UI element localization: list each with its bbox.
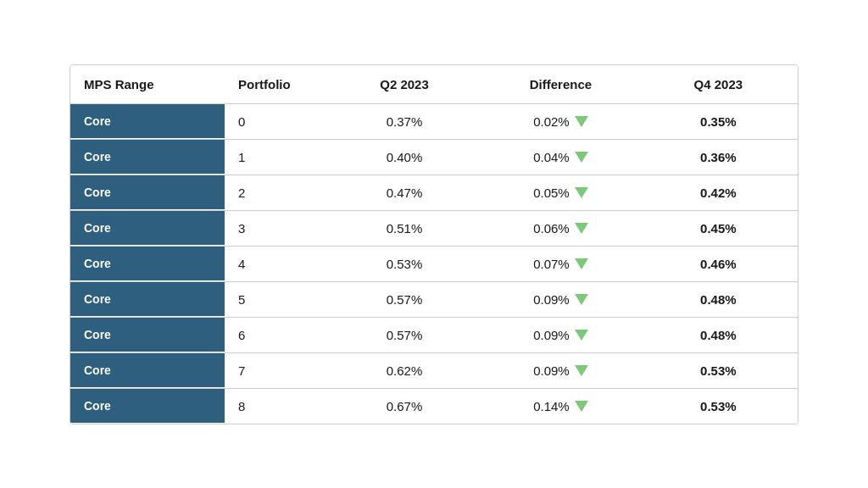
diff-value-4: 0.07% [533, 257, 570, 271]
diff-cell-0: 0.02% [482, 103, 639, 139]
mps-cell-6: Core [70, 317, 225, 352]
q4-cell-1: 0.36% [639, 139, 798, 175]
q2-cell-2: 0.47% [326, 175, 482, 210]
mps-label-4: Core [70, 247, 225, 280]
down-arrow-icon-6 [575, 330, 588, 341]
table-row: Core 5 0.57% 0.09% 0.48% [70, 281, 798, 317]
portfolio-cell-2: 2 [225, 175, 326, 210]
mps-label-7: Core [70, 353, 225, 387]
portfolio-cell-6: 6 [225, 317, 326, 352]
mps-cell-4: Core [70, 246, 225, 281]
diff-cell-8: 0.14% [482, 388, 639, 424]
down-arrow-icon-0 [575, 116, 588, 127]
table-row: Core 4 0.53% 0.07% 0.46% [70, 246, 798, 281]
diff-value-7: 0.09% [533, 363, 570, 378]
q2-cell-3: 0.51% [326, 210, 482, 246]
down-arrow-icon-1 [575, 152, 588, 163]
portfolio-cell-8: 8 [225, 388, 326, 424]
q4-cell-5: 0.48% [639, 281, 798, 317]
table-row: Core 2 0.47% 0.05% 0.42% [70, 175, 798, 210]
mps-label-1: Core [70, 140, 225, 174]
mps-cell-7: Core [70, 352, 225, 388]
q2-cell-1: 0.40% [326, 139, 482, 175]
table-row: Core 0 0.37% 0.02% 0.35% [70, 103, 798, 139]
mps-label-5: Core [70, 282, 225, 316]
q4-cell-6: 0.48% [639, 317, 798, 352]
diff-cell-6: 0.09% [482, 317, 639, 352]
q4-cell-2: 0.42% [639, 175, 798, 210]
diff-cell-2: 0.05% [482, 175, 639, 210]
q2-cell-8: 0.67% [326, 388, 482, 424]
q4-cell-7: 0.53% [639, 352, 798, 388]
diff-cell-3: 0.06% [482, 210, 639, 246]
mps-cell-2: Core [70, 175, 225, 210]
q2-cell-5: 0.57% [326, 281, 482, 317]
diff-value-5: 0.09% [533, 292, 570, 307]
table-row: Core 1 0.40% 0.04% 0.36% [70, 139, 798, 175]
down-arrow-icon-7 [575, 365, 588, 376]
header-portfolio: Portfolio [225, 65, 326, 104]
down-arrow-icon-2 [575, 187, 588, 198]
diff-value-8: 0.14% [533, 399, 570, 413]
q4-cell-3: 0.45% [639, 210, 798, 246]
q2-cell-7: 0.62% [326, 352, 482, 388]
down-arrow-icon-3 [575, 223, 588, 234]
mps-cell-5: Core [70, 281, 225, 317]
diff-cell-5: 0.09% [482, 281, 639, 317]
down-arrow-icon-4 [575, 258, 588, 269]
table-row: Core 7 0.62% 0.09% 0.53% [70, 352, 798, 388]
diff-cell-4: 0.07% [482, 246, 639, 281]
header-q2-2023: Q2 2023 [326, 65, 482, 104]
header-q4-2023: Q4 2023 [639, 65, 798, 104]
portfolio-cell-1: 1 [225, 139, 326, 175]
portfolio-cell-7: 7 [225, 352, 326, 388]
mps-cell-0: Core [70, 103, 225, 139]
diff-cell-1: 0.04% [482, 139, 639, 175]
portfolio-cell-5: 5 [225, 281, 326, 317]
mps-label-0: Core [70, 104, 225, 138]
portfolio-cell-4: 4 [225, 246, 326, 281]
data-table: MPS Range Portfolio Q2 2023 Difference Q… [70, 65, 798, 424]
diff-value-3: 0.06% [533, 221, 570, 236]
diff-value-2: 0.05% [533, 186, 570, 200]
q2-cell-0: 0.37% [326, 103, 482, 139]
diff-value-1: 0.04% [533, 150, 570, 164]
mps-label-8: Core [70, 389, 225, 423]
mps-cell-3: Core [70, 210, 225, 246]
header-difference: Difference [482, 65, 639, 104]
table-row: Core 3 0.51% 0.06% 0.45% [70, 210, 798, 246]
main-table-wrapper: MPS Range Portfolio Q2 2023 Difference Q… [70, 64, 798, 424]
down-arrow-icon-5 [575, 294, 588, 305]
q2-cell-4: 0.53% [326, 246, 482, 281]
portfolio-cell-3: 3 [225, 210, 326, 246]
mps-label-2: Core [70, 175, 225, 209]
diff-value-0: 0.02% [533, 114, 570, 129]
table-row: Core 8 0.67% 0.14% 0.53% [70, 388, 798, 424]
diff-cell-7: 0.09% [482, 352, 639, 388]
mps-cell-1: Core [70, 139, 225, 175]
table-header-row: MPS Range Portfolio Q2 2023 Difference Q… [70, 65, 798, 104]
diff-value-6: 0.09% [533, 328, 570, 342]
mps-label-3: Core [70, 211, 225, 245]
portfolio-cell-0: 0 [225, 103, 326, 139]
mps-cell-8: Core [70, 388, 225, 424]
header-mps-range: MPS Range [70, 65, 225, 104]
table-row: Core 6 0.57% 0.09% 0.48% [70, 317, 798, 352]
q4-cell-8: 0.53% [639, 388, 798, 424]
q2-cell-6: 0.57% [326, 317, 482, 352]
mps-label-6: Core [70, 318, 225, 352]
q4-cell-4: 0.46% [639, 246, 798, 281]
q4-cell-0: 0.35% [639, 103, 798, 139]
down-arrow-icon-8 [575, 401, 588, 412]
